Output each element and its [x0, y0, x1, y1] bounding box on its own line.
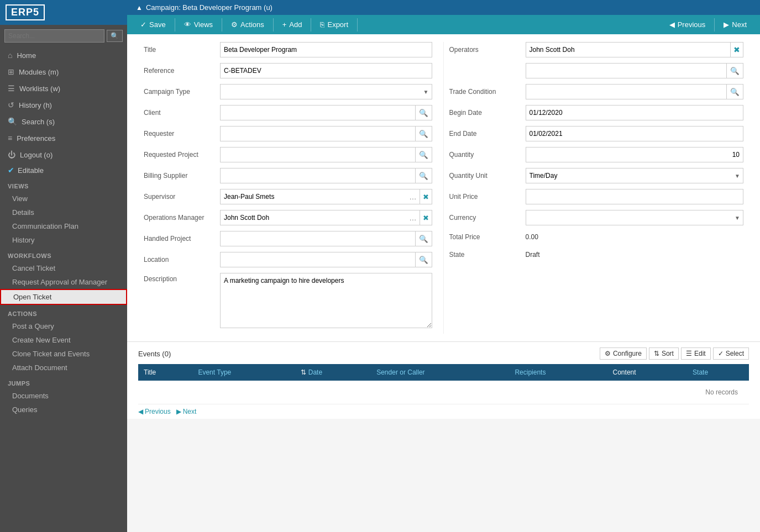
- views-icon: 👁: [184, 20, 191, 29]
- currency-select[interactable]: [526, 210, 744, 225]
- configure-label: Configure: [613, 350, 642, 357]
- unit-price-input[interactable]: [526, 189, 744, 204]
- sidebar-item-worklists[interactable]: ☰ Worklists (w): [0, 80, 127, 97]
- previous-button[interactable]: ◀ Previous: [662, 17, 714, 32]
- operations-manager-clear-button[interactable]: ✖: [420, 210, 432, 225]
- main-content: ▲ Campaign: Beta Developer Program (u) ✓…: [127, 0, 760, 532]
- sidebar-item-request-approval[interactable]: Request Approval of Manager: [0, 275, 127, 289]
- views-button[interactable]: 👁 Views: [176, 17, 221, 32]
- trade-condition-search-button[interactable]: 🔍: [727, 84, 743, 99]
- next-label: Next: [732, 20, 747, 29]
- requested-project-search-button[interactable]: 🔍: [416, 147, 432, 162]
- begin-date-input[interactable]: [526, 105, 744, 120]
- operations-manager-dots-button[interactable]: …: [406, 210, 420, 225]
- editable-item[interactable]: ✔ Editable: [0, 163, 127, 177]
- sidebar-item-cancel-ticket[interactable]: Cancel Ticket: [0, 261, 127, 275]
- reference-input[interactable]: [220, 63, 432, 78]
- sidebar-item-communication-plan[interactable]: Communication Plan: [0, 219, 127, 233]
- sidebar-item-create-event[interactable]: Create New Event: [0, 333, 127, 347]
- date-sort-link[interactable]: Date: [308, 368, 322, 376]
- sidebar-item-documents[interactable]: Documents: [0, 389, 127, 403]
- edit-button[interactable]: ☰ Edit: [681, 347, 711, 360]
- total-price-row: Total Price 0.00: [449, 231, 744, 243]
- events-prev-button[interactable]: ◀ Previous: [138, 408, 171, 415]
- sidebar-item-details[interactable]: Details: [0, 206, 127, 219]
- col-event-type[interactable]: Event Type: [192, 364, 295, 381]
- editable-label: Editable: [18, 166, 44, 175]
- supervisor-clear-button[interactable]: ✖: [420, 189, 432, 204]
- trade-condition-input[interactable]: [526, 84, 727, 99]
- operations-manager-input[interactable]: [220, 210, 406, 225]
- toolbar-separator: [714, 18, 715, 31]
- total-price-value: 0.00: [526, 231, 744, 243]
- sidebar-item-queries[interactable]: Queries: [0, 403, 127, 417]
- quantity-input[interactable]: [526, 147, 744, 162]
- configure-button[interactable]: ⚙ Configure: [600, 347, 647, 360]
- title-input[interactable]: [220, 42, 432, 57]
- handled-project-input[interactable]: [220, 231, 416, 246]
- location-search-button[interactable]: 🔍: [416, 252, 432, 267]
- export-button[interactable]: ⎘ Export: [312, 17, 356, 32]
- sidebar-item-history-view[interactable]: History: [0, 233, 127, 247]
- client-search-button[interactable]: 🔍: [416, 105, 432, 120]
- billing-supplier-input[interactable]: [220, 168, 416, 183]
- search-button[interactable]: 🔍: [107, 30, 123, 42]
- sidebar-item-post-query[interactable]: Post a Query: [0, 319, 127, 333]
- no-records-cell: No records: [138, 381, 749, 404]
- description-textarea[interactable]: A marketing campaign to hire developers: [220, 273, 432, 328]
- requester-search-button[interactable]: 🔍: [416, 126, 432, 141]
- col-date[interactable]: ⇅ Date: [295, 364, 371, 381]
- events-next-button[interactable]: ▶ Next: [176, 408, 197, 415]
- location-input[interactable]: [220, 252, 416, 267]
- operators-second-search-button[interactable]: 🔍: [727, 63, 743, 78]
- sidebar-item-view[interactable]: View: [0, 192, 127, 206]
- sidebar-item-modules[interactable]: ⊞ Modules (m): [0, 64, 127, 80]
- sidebar-item-label: Search (s): [22, 118, 55, 126]
- supervisor-input[interactable]: [220, 189, 406, 204]
- sidebar-item-logout[interactable]: ⏻ Logout (o): [0, 146, 127, 163]
- add-button[interactable]: + Add: [275, 17, 310, 32]
- actions-button[interactable]: ⚙ Actions: [223, 17, 272, 32]
- state-sort-link[interactable]: State: [693, 368, 708, 376]
- event-type-sort-link[interactable]: Event Type: [198, 368, 231, 376]
- supervisor-label: Supervisor: [144, 193, 216, 201]
- campaign-type-select[interactable]: [220, 84, 432, 99]
- operators-second-input-wrapper: 🔍: [526, 63, 744, 78]
- edit-icon: ☰: [686, 350, 692, 357]
- supervisor-dots-button[interactable]: …: [406, 189, 420, 204]
- select-button[interactable]: ✓ Select: [713, 347, 749, 360]
- operators-clear-button[interactable]: ✖: [731, 42, 743, 57]
- requested-project-input[interactable]: [220, 147, 416, 162]
- sidebar-item-clone-ticket[interactable]: Clone Ticket and Events: [0, 347, 127, 361]
- sidebar-item-open-ticket[interactable]: Open Ticket: [0, 289, 127, 305]
- save-icon: ✓: [140, 20, 146, 29]
- sidebar-item-preferences[interactable]: ≡ Preferences: [0, 130, 127, 146]
- sidebar-item-label: Worklists (w): [19, 85, 60, 93]
- end-date-input[interactable]: [526, 126, 744, 141]
- requester-input[interactable]: [220, 126, 416, 141]
- handled-project-search-button[interactable]: 🔍: [416, 231, 432, 246]
- toolbar-separator: [357, 18, 358, 31]
- search-area: 🔍: [0, 25, 127, 47]
- client-input[interactable]: [220, 105, 416, 120]
- save-button[interactable]: ✓ Save: [133, 17, 174, 32]
- col-recipients[interactable]: Recipients: [509, 364, 607, 381]
- search-input[interactable]: [4, 29, 104, 43]
- sidebar-item-search[interactable]: 🔍 Search (s): [0, 113, 127, 130]
- sidebar-item-home[interactable]: ⌂ Home: [0, 47, 127, 64]
- billing-supplier-search-button[interactable]: 🔍: [416, 168, 432, 183]
- col-sender[interactable]: Sender or Caller: [371, 364, 509, 381]
- events-table: Title Event Type ⇅ Date Sender or Caller…: [138, 364, 749, 404]
- sort-button[interactable]: ⇅ Sort: [649, 347, 679, 360]
- operators-second-input[interactable]: [526, 63, 727, 78]
- requester-label: Requester: [144, 130, 216, 138]
- sender-sort-link[interactable]: Sender or Caller: [376, 368, 424, 376]
- operators-input[interactable]: [526, 42, 731, 57]
- recipients-sort-link[interactable]: Recipients: [515, 368, 546, 376]
- sidebar-item-history[interactable]: ↺ History (h): [0, 97, 127, 113]
- next-button[interactable]: ▶ Next: [716, 17, 754, 32]
- sidebar-item-attach-document[interactable]: Attach Document: [0, 361, 127, 375]
- col-state[interactable]: State: [687, 364, 749, 381]
- export-icon: ⎘: [320, 20, 324, 29]
- quantity-unit-select[interactable]: Time/Day: [526, 168, 744, 183]
